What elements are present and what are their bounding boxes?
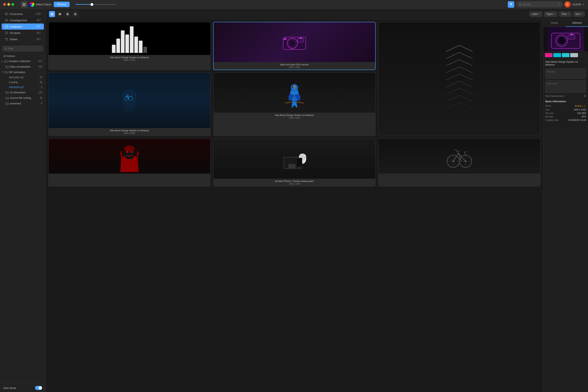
svg-rect-32 [74, 15, 76, 15]
grid-item-mask[interactable] [48, 138, 211, 186]
svg-point-20 [5, 48, 6, 49]
filter-input[interactable] [8, 47, 41, 50]
ui-label: UI interaction [10, 91, 37, 94]
types-filter-label: Types [546, 13, 553, 16]
grid-item-bike[interactable] [378, 138, 541, 186]
view-grid-medium-button[interactable] [57, 11, 63, 17]
svg-rect-24 [51, 14, 52, 15]
loading-count: 25 [40, 81, 42, 84]
external-link-icon[interactable] [584, 95, 586, 97]
user-area[interactable]: A ALEAN [564, 2, 585, 8]
close-button[interactable] [3, 3, 6, 6]
camera-image [214, 22, 375, 62]
view-grid-small-button[interactable] [49, 11, 55, 17]
time-filter-label: Time [561, 13, 566, 16]
view-list-button[interactable] [72, 11, 78, 17]
view-grid-large-button[interactable] [64, 11, 71, 17]
laptop-svg-icon [281, 146, 308, 172]
grid-item-parrot[interactable]: Holo Music Design System on behance 1600… [213, 72, 376, 136]
sidebar-item-ui-interaction[interactable]: UI interaction 125 [0, 90, 46, 95]
zoom-slider[interactable] [75, 4, 116, 5]
sidebar-item-all-pictures[interactable]: All pictures 1783 [2, 11, 44, 17]
sidebar-item-source-file[interactable]: Source file sorting 42 [0, 95, 46, 101]
sidebar-item-gif[interactable]: ▶ GIF animation [0, 70, 46, 75]
uncategorized-count: 427 [36, 19, 41, 22]
grid-item-camera[interactable]: black and silver SLR camera 1600 x 1200 [213, 22, 376, 70]
sidebar-sub-illustration-gif[interactable]: Illustration gif 27 [0, 75, 46, 80]
all-pictures-icon [5, 12, 8, 16]
color-swatches [543, 52, 588, 59]
tab-selected[interactable]: Selected [566, 20, 588, 27]
sidebar-sub-interactive-gif[interactable]: Interactive gif 1 [0, 85, 46, 90]
laptop-title: jet black iPhone 7 beside analog watch [215, 180, 374, 182]
zoom-slider-container [75, 4, 116, 5]
interactive-gif-label: Interactive gif [9, 86, 24, 88]
search-icon [519, 3, 521, 6]
select-colors-button[interactable]: Select Colors [30, 2, 51, 7]
folder-icon-dataviz [6, 65, 8, 68]
add-tag-box[interactable]: Add tag [545, 68, 586, 79]
all-labels-count: 427 [36, 32, 41, 34]
bw-bars-dims: 2800 x 1750 [50, 59, 209, 61]
ui-count: 125 [38, 91, 42, 94]
fullscreen-button[interactable] [12, 3, 14, 6]
swatch-gray[interactable] [570, 53, 578, 57]
svg-rect-25 [52, 14, 53, 15]
all-labels-icon [5, 31, 8, 34]
layout-grid-button[interactable] [21, 1, 27, 8]
grid-item-laptop[interactable]: jet black iPhone 7 beside analog watch 1… [213, 138, 376, 186]
svg-rect-43 [284, 38, 287, 40]
grid-item-face[interactable]: Holo Music Design System on behance 2800… [48, 72, 211, 136]
sidebar-item-delete[interactable]: Delete 427 [2, 36, 44, 42]
time-filter[interactable]: Time [559, 12, 571, 17]
face-dims: 2800 x 2980 [50, 132, 209, 134]
refresh-button[interactable]: Refresh [54, 2, 70, 7]
size-filter[interactable]: Size [573, 12, 585, 17]
label-filter[interactable]: Label [530, 12, 542, 17]
swatch-pink[interactable] [545, 53, 552, 57]
svg-line-21 [6, 49, 6, 50]
folder-icon-gif [4, 71, 7, 74]
expand-arrow-gif: ▶ [2, 72, 4, 73]
minimize-button[interactable] [7, 3, 10, 6]
sidebar-item-unnamed[interactable]: unnamed 0 [0, 101, 46, 106]
swatch-teal[interactable] [562, 53, 570, 57]
filter-box[interactable] [2, 46, 43, 52]
search-container[interactable] [517, 2, 562, 7]
creation-val: 2019/04/22 16:26 [568, 119, 586, 121]
building-image [378, 22, 540, 136]
image-grid: Holo Music Design System on behance 2800… [46, 20, 543, 392]
all-folders-title: All folders [0, 53, 46, 58]
dark-mode-toggle[interactable] [35, 386, 42, 390]
mask-info [48, 174, 210, 176]
view-toolbar: Label Types Time Size [46, 9, 588, 20]
svg-rect-27 [60, 13, 61, 15]
unlabeled-icon [5, 25, 8, 28]
types-dropdown-icon [554, 13, 555, 15]
sidebar-item-uncategorized[interactable]: Uncategorized 427 [2, 17, 44, 23]
sidebar-item-all-labels[interactable]: All labels 427 [2, 30, 44, 36]
tab-details[interactable]: Details [543, 20, 566, 27]
grid-item-bw-bars[interactable]: Holo Music Design System on behance 2800… [48, 22, 211, 70]
detail-thumb-svg [547, 27, 584, 52]
sidebar-item-unlabeled[interactable]: Unlabeled 427 [2, 24, 44, 30]
camera-svg-icon [281, 33, 308, 52]
sidebar-sub-loading[interactable]: Loading 25 [0, 80, 46, 85]
svg-marker-6 [558, 4, 560, 5]
sidebar: All pictures 1783 Uncategorized 427 Unla… [0, 9, 46, 392]
sidebar-item-data-viz[interactable]: Data visualization 782 [0, 64, 46, 70]
search-input[interactable] [522, 3, 558, 6]
filter-button[interactable] [508, 1, 514, 8]
add-notes-box[interactable]: Add notes [545, 80, 586, 93]
grid-and-details: Holo Music Design System on behance 2800… [46, 20, 588, 392]
laptop-image [214, 139, 375, 179]
svg-rect-26 [58, 13, 60, 15]
grid-item-building[interactable]: This is the Department and Water and ...… [378, 22, 541, 136]
svg-point-40 [290, 41, 294, 45]
types-filter[interactable]: Types [544, 12, 558, 17]
size-label: size [545, 108, 550, 111]
amateur-label: Amateur collection [8, 60, 37, 63]
swatch-cyan[interactable] [553, 53, 561, 57]
swatch-black[interactable] [579, 53, 586, 57]
sidebar-item-amateur[interactable]: ▶ Amateur collection 427 [0, 58, 46, 64]
